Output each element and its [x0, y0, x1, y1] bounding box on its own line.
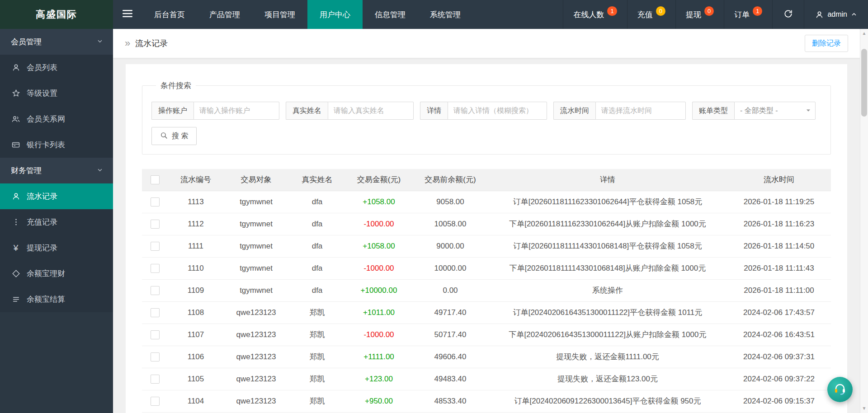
flow-name-cell: 郑凯 [289, 390, 345, 412]
menu-toggle-button[interactable] [113, 0, 142, 29]
sidebar-item-label: 流水记录 [27, 191, 57, 202]
row-checkbox[interactable] [151, 352, 160, 361]
flow-name-cell: dfa [289, 257, 345, 279]
nav-item-orders[interactable]: 订单 1 [724, 0, 772, 29]
nav-item-information[interactable]: 信息管理 [363, 0, 418, 29]
field-detail: 详情 [420, 102, 547, 120]
refresh-button[interactable] [772, 0, 804, 29]
sidebar-item-member-network[interactable]: 会员关系网 [0, 106, 113, 132]
sidebar-item-label: 等级设置 [27, 88, 57, 99]
sidebar-item-label: 会员列表 [27, 62, 57, 73]
sidebar-item-member-list[interactable]: 会员列表 [0, 55, 113, 80]
detail-label: 详情 [420, 102, 448, 120]
sidebar-item-recharge-records[interactable]: 充值记录 [0, 209, 113, 235]
flow-id-cell: 1110 [168, 257, 223, 279]
sidebar-item-label: 会员关系网 [27, 114, 65, 124]
sidebar-item-label: 余额宝结算 [27, 294, 65, 305]
flow-detail-cell: 提现失败，返还金额1111.00元 [488, 346, 727, 368]
row-select-cell [142, 301, 168, 324]
table-row: 1109 tgymwnet dfa +10000.00 0.00 系统操作 20… [142, 279, 831, 301]
table-row: 1111 tgymwnet dfa +1058.00 9000.00 订单[20… [142, 235, 831, 257]
row-select-cell [142, 279, 168, 301]
orders-label: 订单 [734, 9, 750, 20]
flow-detail-cell: 订单[20240206164351300011122]平仓获得金额 1011元 [488, 301, 727, 324]
customer-service-button[interactable] [827, 377, 853, 402]
user-menu[interactable]: admin [804, 0, 868, 29]
nav-item-system[interactable]: 系统管理 [418, 0, 473, 29]
nav-item-user-center[interactable]: 用户中心 [307, 0, 363, 29]
sidebar-item-label: 提现记录 [27, 243, 57, 253]
flow-time-input[interactable] [595, 102, 686, 120]
nav-item-withdraw[interactable]: 提现 0 [675, 0, 724, 29]
row-checkbox[interactable] [151, 264, 160, 273]
nav-item-online-count[interactable]: 在线人数 1 [563, 0, 627, 29]
flow-detail-cell: 下单[20260118111623301062644]从账户扣除金额 1000元 [488, 213, 727, 235]
flow-account-cell: tgymwnet [223, 257, 289, 279]
search-panel-legend: 条件搜索 [156, 80, 196, 91]
row-checkbox[interactable] [151, 286, 160, 295]
section-label: 会员管理 [11, 37, 42, 47]
section-label: 财务管理 [11, 165, 42, 176]
flow-account-cell: tgymwnet [223, 191, 289, 213]
sidebar-item-yuebao-settlement[interactable]: 余额宝结算 [0, 286, 113, 312]
sidebar-item-bank-cards[interactable]: 银行卡列表 [0, 132, 113, 158]
detail-input[interactable] [448, 102, 547, 120]
flow-amount-cell: +1011.00 [345, 301, 412, 324]
flow-amount-cell: -1000.00 [345, 213, 412, 235]
real-name-input[interactable] [328, 102, 414, 120]
nav-item-products[interactable]: 产品管理 [197, 0, 252, 29]
scrollbar-thumb[interactable] [861, 49, 867, 117]
flow-balance-cell: 10058.00 [412, 213, 488, 235]
sidebar-item-level-settings[interactable]: 等级设置 [0, 80, 113, 106]
row-checkbox[interactable] [151, 397, 160, 406]
search-button[interactable]: 搜 索 [151, 127, 197, 145]
row-checkbox[interactable] [151, 375, 160, 384]
chevron-down-icon [97, 166, 103, 175]
nav-item-dashboard[interactable]: 后台首页 [142, 0, 197, 29]
table-header: 流水编号 交易对象 真实姓名 交易金额(元) 交易前余额(元) 详情 流水时间 [142, 169, 831, 191]
row-checkbox[interactable] [151, 308, 160, 317]
flow-time-cell: 2024-02-06 16:43:51 [727, 324, 831, 346]
row-select-cell [142, 346, 168, 368]
table-row: 1106 qwe123123 郑凯 +1111.00 49606.40 提现失败… [142, 346, 831, 368]
user-icon [11, 192, 21, 201]
operator-account-input[interactable] [193, 102, 279, 120]
operator-account-label: 操作账户 [151, 102, 193, 120]
flow-name-cell: dfa [289, 235, 345, 257]
delete-records-button[interactable]: 删除记录 [805, 35, 848, 52]
row-checkbox[interactable] [151, 220, 160, 229]
flow-id-cell: 1108 [168, 301, 223, 324]
user-icon [11, 63, 21, 72]
flow-account-cell: tgymwnet [223, 213, 289, 235]
select-all-cell [142, 169, 168, 191]
sidebar-item-withdraw-records[interactable]: ¥ 提现记录 [0, 235, 113, 261]
star-icon [11, 89, 21, 98]
chevron-down-icon [806, 107, 811, 115]
list-icon [11, 295, 21, 304]
sidebar-section-member-management[interactable]: 会员管理 [0, 29, 113, 55]
vertical-scrollbar[interactable]: ▲ ▼ [860, 29, 868, 413]
flow-time-cell: 2024-02-06 09:37:31 [727, 346, 831, 368]
flow-records-table: 流水编号 交易对象 真实姓名 交易金额(元) 交易前余额(元) 详情 流水时间 … [142, 169, 831, 413]
scrollbar-up-arrow[interactable]: ▲ [860, 30, 868, 37]
select-all-checkbox[interactable] [151, 175, 160, 184]
row-checkbox[interactable] [151, 242, 160, 251]
bill-type-select[interactable]: - 全部类型 - [734, 102, 816, 120]
sidebar-item-label: 充值记录 [27, 217, 57, 227]
recharge-label: 充值 [637, 9, 653, 20]
sidebar-item-flow-records[interactable]: 流水记录 [0, 183, 113, 209]
flow-balance-cell: 50717.40 [412, 324, 488, 346]
flow-time-cell: 2024-02-06 09:37:22 [727, 368, 831, 390]
sidebar-item-yuebao-invest[interactable]: 余额宝理财 [0, 261, 113, 286]
flow-account-cell: tgymwnet [223, 279, 289, 301]
header-flow-id: 流水编号 [168, 169, 223, 191]
nav-item-projects[interactable]: 项目管理 [252, 0, 307, 29]
row-checkbox[interactable] [151, 330, 160, 339]
content-card: 条件搜索 操作账户 真实姓名 详情 流水时间 [126, 64, 847, 413]
navbar-right: 在线人数 1 充值 0 提现 0 订单 1 admin [563, 0, 868, 29]
nav-item-recharge[interactable]: 充值 0 [627, 0, 675, 29]
users-icon [11, 115, 21, 123]
sidebar-section-finance-management[interactable]: 财务管理 [0, 158, 113, 183]
row-checkbox[interactable] [151, 197, 160, 206]
scrollbar-down-arrow[interactable]: ▼ [860, 405, 868, 412]
